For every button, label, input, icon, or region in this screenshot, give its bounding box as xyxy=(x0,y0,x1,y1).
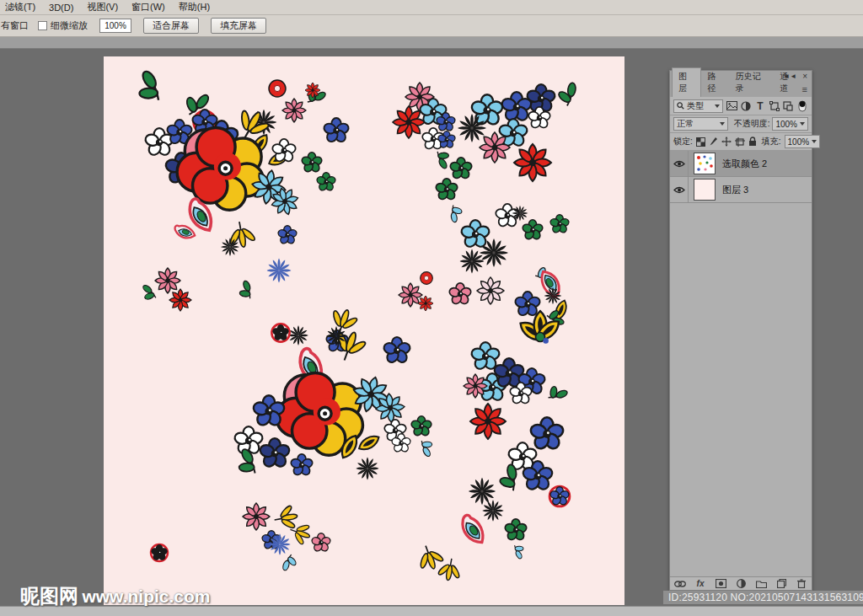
tool-options-bar: 有窗口 细微缩放 适合屏幕 填充屏幕 xyxy=(0,15,863,37)
tab-paths[interactable]: 路径 xyxy=(701,68,729,97)
layer-effects-icon[interactable]: fx xyxy=(694,579,706,589)
new-layer-icon[interactable] xyxy=(775,579,787,589)
filter-kind-label: 类型 xyxy=(687,100,704,112)
layer-thumbnail[interactable] xyxy=(694,153,716,174)
panel-tabs: 图层 路径 历史记录 通道 ≡ xyxy=(670,82,812,97)
menu-item-view[interactable]: 视图(V) xyxy=(87,1,118,13)
menu-item-3d[interactable]: 3D(D) xyxy=(49,3,73,13)
fill-screen-button[interactable]: 填充屏幕 xyxy=(211,18,266,34)
blend-mode-row: 正常 不透明度: 100% xyxy=(670,115,812,133)
watermark-site-name: 昵图网 xyxy=(20,585,78,607)
lock-label: 锁定: xyxy=(673,136,693,147)
image-id-text: ID:25931120 NO:20210507143131563109 xyxy=(668,592,863,603)
layer-name[interactable]: 图层 3 xyxy=(722,184,748,196)
lock-artboard-icon[interactable] xyxy=(735,136,745,148)
scrubby-zoom-checkbox[interactable] xyxy=(38,21,47,30)
fill-label: 填充: xyxy=(762,136,781,147)
filter-smart-objects-icon[interactable] xyxy=(782,99,794,112)
image-id-bar: ID:25931120 NO:20210507143131563109 xyxy=(663,591,863,604)
lock-position-icon[interactable] xyxy=(721,136,732,148)
flower-cluster-top-small xyxy=(269,80,329,122)
document-tab-strip xyxy=(0,37,863,49)
zoom-percent-input[interactable] xyxy=(99,19,131,33)
link-layers-icon[interactable] xyxy=(674,579,686,589)
menu-item-window[interactable]: 窗口(W) xyxy=(131,1,165,13)
thumbnail-flowers xyxy=(694,153,715,174)
layer-list-empty-area xyxy=(670,203,812,576)
menu-bar: 滤镜(T) 3D(D) 视图(V) 窗口(W) 帮助(H) xyxy=(0,0,863,15)
layer-thumbnail[interactable] xyxy=(694,179,716,201)
chevron-down-icon xyxy=(812,140,817,143)
opacity-label: 不透明度: xyxy=(734,118,770,130)
canvas[interactable] xyxy=(104,56,624,605)
flower-cluster-top-right xyxy=(393,80,582,225)
flower-scatter-middle xyxy=(140,226,361,353)
eye-icon xyxy=(673,160,685,168)
fill-combo[interactable]: 100% xyxy=(785,135,821,148)
filter-pixel-layers-icon[interactable] xyxy=(726,99,737,112)
layer-visibility-toggle[interactable] xyxy=(670,177,689,202)
flower-cluster-bottom-left xyxy=(151,503,331,572)
layer-mask-icon[interactable] xyxy=(715,579,726,589)
layer-name[interactable]: 选取颜色 2 xyxy=(722,158,767,170)
layer-list: 选取颜色 2 图层 3 xyxy=(670,151,812,203)
search-icon xyxy=(677,102,684,110)
menu-item-help[interactable]: 帮助(H) xyxy=(179,1,210,13)
fill-value: 100% xyxy=(788,137,810,147)
layer-visibility-toggle[interactable] xyxy=(670,151,689,176)
tab-history[interactable]: 历史记录 xyxy=(730,68,775,97)
layer-row-selected-color[interactable]: 选取颜色 2 xyxy=(670,151,812,177)
flower-cluster-right-middle xyxy=(399,204,570,328)
filter-type-layers-icon[interactable]: T xyxy=(754,99,766,112)
lock-all-icon[interactable] xyxy=(748,136,757,148)
layer-group-icon[interactable] xyxy=(755,579,767,589)
blend-mode-combo[interactable]: 正常 xyxy=(673,117,728,131)
watermark-url: www.nipic.com xyxy=(82,587,210,606)
tab-channels[interactable]: 通道 xyxy=(774,68,801,97)
tab-layers[interactable]: 图层 xyxy=(672,67,701,97)
lock-row: 锁定: 填充: 100% xyxy=(670,133,812,151)
fit-screen-button[interactable]: 适合屏幕 xyxy=(143,18,199,34)
chevron-down-icon xyxy=(715,104,720,108)
close-panel-icon[interactable]: × xyxy=(802,73,807,80)
flower-cluster-bottom-right xyxy=(413,311,570,582)
layers-panel: ◄◄ × 图层 路径 历史记录 通道 ≡ 类型 T xyxy=(669,70,812,591)
filter-adjustment-layers-icon[interactable] xyxy=(740,99,752,112)
opacity-value: 100% xyxy=(775,120,797,129)
lock-transparency-icon[interactable] xyxy=(696,136,705,148)
panel-menu-icon[interactable]: ≡ xyxy=(802,84,807,94)
chevron-down-icon xyxy=(800,122,805,126)
adjustment-layer-icon[interactable] xyxy=(735,579,747,589)
delete-layer-icon[interactable] xyxy=(796,579,807,589)
layer-row-background[interactable]: 图层 3 xyxy=(670,177,812,203)
menu-item-filter[interactable]: 滤镜(T) xyxy=(5,1,35,13)
watermark: 昵图网 www.nipic.com xyxy=(20,583,211,609)
zoom-all-windows-label: 有窗口 xyxy=(1,19,29,32)
lock-image-icon[interactable] xyxy=(709,136,718,148)
panel-footer: fx xyxy=(670,576,812,590)
filter-kind-combo[interactable]: 类型 xyxy=(673,99,723,113)
blend-mode-value: 正常 xyxy=(677,118,694,130)
scrubby-zoom-label: 细微缩放 xyxy=(51,19,88,32)
floral-artwork xyxy=(104,56,624,605)
opacity-combo[interactable]: 100% xyxy=(772,117,808,131)
work-area: ◄◄ × 图层 路径 历史记录 通道 ≡ 类型 T xyxy=(0,49,863,606)
filter-toggle-icon[interactable] xyxy=(796,99,808,112)
filter-shape-layers-icon[interactable] xyxy=(769,99,780,112)
layer-filter-row: 类型 T xyxy=(670,97,812,115)
eye-icon xyxy=(673,186,685,194)
chevron-down-icon xyxy=(720,122,725,126)
